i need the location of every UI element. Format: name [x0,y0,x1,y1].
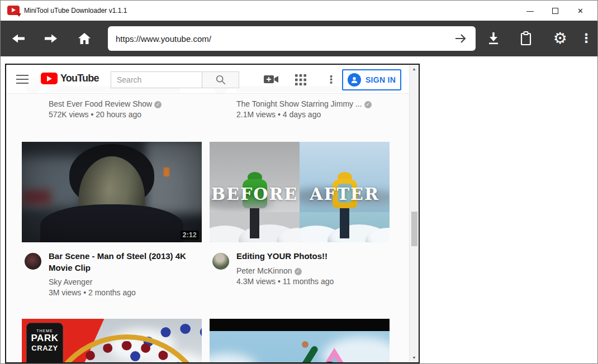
back-button[interactable] [11,31,26,46]
clipboard-icon [519,31,533,46]
figure-face-shape [79,156,145,240]
download-arrow-icon [17,13,21,17]
video-title[interactable]: Editing YOUR Photos!! [236,250,377,262]
channel-logo-badge: THEME PARK CRAZY [26,323,63,363]
legs-shape [340,208,349,238]
sign-in-label: SIGN IN [366,75,396,84]
youtube-play-icon [41,73,58,84]
forward-button[interactable] [43,31,59,46]
badge-line: CRAZY [27,344,63,352]
clipboard-button[interactable] [516,28,536,49]
scroll-down-icon: ▼ [412,356,416,360]
video-meta: 572K views • 20 hours ago [49,110,141,119]
apps-grid-button[interactable] [295,74,306,88]
before-label: BEFORE [210,184,300,204]
browser-toolbar: ⚙ ⋮ [1,21,597,56]
back-arrow-icon [11,31,26,46]
channel-name[interactable]: Best Ever Food Review Show✓ [49,99,162,108]
channel-text: Best Ever Food Review Show [49,99,152,108]
channel-text: The Tonight Show Starring Jimmy ... [236,99,362,108]
youtube-menu-button[interactable]: ⋮ [326,73,336,86]
home-icon [77,31,92,46]
app-logo-icon [7,6,20,15]
hand-shape [302,341,309,348]
search-input[interactable] [111,71,202,88]
channel-name[interactable]: Sky Avenger [49,277,92,286]
youtube-logo[interactable]: YouTube [41,73,99,84]
forward-arrow-icon [44,31,58,46]
window-controls: — ✕ [518,1,593,21]
video-thumbnail-before-after[interactable]: BEFORE AFTER [210,142,390,242]
window-title: MiniTool uTube Downloader v1.1.1 [24,1,127,21]
play-triangle-icon [12,8,16,12]
video-thumbnail-roller-coaster[interactable]: THEME PARK CRAZY [22,319,202,363]
video-thumbnail-man-of-steel[interactable]: 2:12 [22,142,202,242]
channel-text: Sky Avenger [49,277,92,286]
menu-button[interactable]: ⋮ [576,28,596,49]
channel-text: Peter McKinnon [236,266,292,275]
figure-hair-shape [69,144,154,207]
video-meta: 4.3M views • 11 months ago [236,277,334,286]
scrollbar-thumb[interactable] [411,212,417,246]
close-icon: ✕ [577,7,583,15]
hamburger-bar [16,79,29,80]
background-shape [22,156,82,208]
video-meta: 3M views • 2 months ago [49,288,136,297]
video-meta: 2.1M views • 4 days ago [236,110,321,119]
video-thumbnail-music-video[interactable] [210,319,390,363]
download-button[interactable] [483,28,504,49]
youtube-header: YouTube [6,65,419,94]
hamburger-bar [16,83,29,84]
search-icon [215,74,226,85]
verified-badge-icon: ✓ [154,101,162,108]
url-bar [108,26,476,51]
duration-badge: 2:12 [181,231,199,240]
figure-body-shape [40,204,183,242]
video-camera-icon [263,74,279,85]
channel-avatar[interactable] [25,253,41,270]
apps-grid-icon [295,74,306,85]
figure-shading [79,156,145,240]
app-window: MiniTool uTube Downloader v1.1.1 — ✕ [0,0,598,364]
youtube-logo-text: YouTube [60,73,99,84]
upload-video-button[interactable] [263,74,279,87]
scroll-up-button[interactable]: ▲ [410,65,419,74]
home-button[interactable] [77,31,92,46]
hamburger-bar [16,75,29,76]
legs-shape [250,208,259,238]
settings-button[interactable]: ⚙ [550,28,570,49]
minimize-icon: — [526,7,534,15]
channel-avatar[interactable] [212,253,229,270]
after-label: AFTER [300,184,390,204]
background-shape [22,190,51,204]
embedded-browser-panel: Best Ever Food Review Show✓ 572K views •… [5,64,420,363]
raised-arm-shape [298,345,319,363]
minimize-button[interactable]: — [518,1,543,21]
page-scrollbar[interactable]: ▲ ▼ [409,65,419,362]
after-half: AFTER [300,142,390,242]
background-shape [146,142,202,214]
maximize-button[interactable] [543,1,568,21]
sky-shape [210,331,390,363]
sign-in-button[interactable]: SIGN IN [342,69,401,90]
letterbox-bar [210,319,390,331]
channel-name[interactable]: Peter McKinnon✓ [236,266,302,275]
hiker-figure [333,172,357,238]
video-title[interactable]: Bar Scene - Man of Steel (2013) 4K Movie… [49,250,189,274]
verified-badge-icon: ✓ [364,101,372,108]
hiker-figure [243,172,267,238]
channel-name[interactable]: The Tonight Show Starring Jimmy ...✓ [236,99,372,108]
title-bar: MiniTool uTube Downloader v1.1.1 — ✕ [1,1,597,21]
kebab-menu-icon: ⋮ [326,74,336,85]
hamburger-menu-button[interactable] [16,75,29,84]
badge-line: THEME [27,329,63,333]
gear-icon: ⚙ [553,31,567,46]
search-button[interactable] [202,71,239,88]
close-button[interactable]: ✕ [568,1,593,21]
youtube-content: Best Ever Food Review Show✓ 572K views •… [6,65,419,362]
scroll-down-button[interactable]: ▼ [410,353,419,362]
go-arrow-icon[interactable] [453,31,468,46]
download-icon [487,31,500,46]
cloud-shape [210,353,258,363]
url-input[interactable] [116,34,453,44]
